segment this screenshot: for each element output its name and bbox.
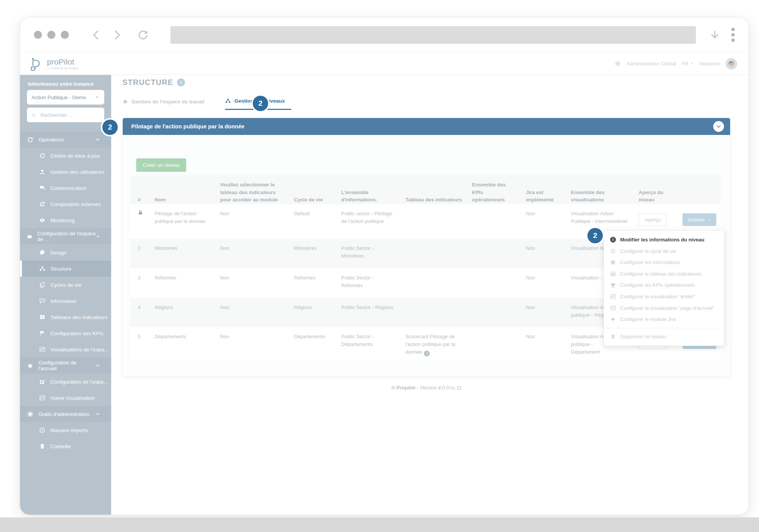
sidebar-item-tableaux-indicateurs[interactable]: Tableaux des indicateurs bbox=[20, 309, 111, 325]
flag-icon bbox=[39, 330, 45, 336]
sidebar-item-corbeille[interactable]: Corbeille bbox=[20, 438, 111, 454]
folder-icon bbox=[27, 233, 32, 240]
menu-item-configurer-module-jira[interactable]: Configurer le module Jira bbox=[604, 314, 724, 325]
menu-separator bbox=[604, 328, 724, 328]
brand-logo[interactable]: proPilot — Powered by dFakto bbox=[29, 57, 78, 71]
sidebar-item-home-visualisation[interactable]: Home Visualisation bbox=[20, 390, 111, 406]
annotation-badge: 2 bbox=[253, 96, 268, 111]
sidebar-item-configuration-kpis[interactable]: Configuration des KPIs bbox=[20, 325, 111, 341]
section-label: Configuration de l'accueil bbox=[38, 360, 95, 371]
cell-kpis bbox=[472, 204, 526, 239]
search-input[interactable] bbox=[40, 112, 100, 118]
menu-item-configurer-cycle-de-vie[interactable]: Configurer le cycle de vie bbox=[604, 246, 724, 257]
menu-item-modifier-informations[interactable]: i Modifier les informations du niveau bbox=[604, 234, 724, 246]
home-icon bbox=[122, 99, 128, 105]
cell-num: 3 bbox=[130, 268, 155, 298]
window-control-dot[interactable] bbox=[34, 31, 42, 39]
menu-item-configurer-visualisation-accueil[interactable]: Configurer la visualisation "page d'accu… bbox=[604, 303, 724, 314]
section-label: Outils d'administration bbox=[38, 411, 89, 417]
address-bar[interactable] bbox=[170, 26, 696, 44]
col-kpis: Ensemble des KPIs opérationnels bbox=[472, 175, 526, 209]
user-name[interactable]: Maiwenn bbox=[699, 61, 720, 66]
cell-nom: Régions bbox=[155, 298, 220, 327]
sidebar-section-configuration-espace[interactable]: Configuration de l'espace de ... bbox=[20, 228, 111, 244]
cell-kpis bbox=[472, 239, 526, 268]
menu-item-configurer-kpis[interactable]: Configurer les KPIs opérationnels bbox=[604, 279, 724, 291]
language-selector[interactable]: FR bbox=[682, 61, 694, 66]
sidebar-item-structure[interactable]: Structure bbox=[20, 261, 111, 277]
cell-infos: Public Sector - Régions bbox=[341, 298, 405, 327]
sidebar-item-information[interactable]: Information bbox=[20, 293, 111, 309]
table-icon bbox=[610, 271, 616, 277]
chevron-down-icon bbox=[96, 234, 100, 239]
info-icon[interactable]: i bbox=[424, 351, 430, 356]
browser-menu-icon[interactable] bbox=[731, 28, 735, 42]
level-panel-header[interactable]: Pilotage de l'action publique par la don… bbox=[123, 118, 730, 135]
sidebar-section-outils-administration[interactable]: Outils d'administration bbox=[20, 406, 111, 422]
chart-icon bbox=[610, 294, 616, 299]
sidebar-item-cycles-de-vie[interactable]: Cycles de vie bbox=[20, 277, 111, 293]
cell-module: Non bbox=[220, 298, 294, 327]
copy-icon bbox=[39, 282, 45, 288]
star-icon bbox=[610, 248, 616, 254]
actions-button[interactable]: Actions bbox=[682, 213, 716, 226]
create-level-button[interactable]: Créer un niveau bbox=[136, 158, 186, 172]
row-lock bbox=[130, 204, 155, 239]
user-icon bbox=[39, 169, 45, 175]
menu-item-configurer-visualisation-entite[interactable]: Configurer la visualisation "entité" bbox=[604, 291, 724, 303]
main-content: STRUCTURE i Gestion de l'espace de trava… bbox=[111, 75, 749, 515]
apercu-button[interactable]: Aperçu bbox=[639, 213, 667, 226]
sidebar-item-monitoring[interactable]: Monitoring bbox=[20, 212, 111, 228]
cell-cycle: Réformes bbox=[294, 268, 341, 298]
window-control-dot[interactable] bbox=[61, 31, 69, 39]
sidebar-section-configuration-accueil[interactable]: Configuration de l'accueil bbox=[20, 357, 111, 374]
cell-tableau bbox=[405, 239, 472, 268]
sidebar-section-operations[interactable]: Opérations bbox=[20, 131, 111, 148]
avatar[interactable] bbox=[726, 58, 737, 70]
sidebar-item-gestion-utilisateurs[interactable]: Gestion des utilisateurs bbox=[20, 164, 111, 180]
collapse-icon[interactable] bbox=[713, 121, 724, 132]
col-infos: L'ensemble d'informations. bbox=[341, 175, 405, 209]
user-role[interactable]: Administrateur Global bbox=[626, 61, 676, 66]
sidebar-item-visualisations-espace[interactable]: Visualisations de l'espa... bbox=[20, 341, 111, 357]
browser-window: proPilot — Powered by dFakto Administrat… bbox=[20, 17, 749, 515]
info-icon[interactable]: i bbox=[177, 78, 185, 86]
sidebar-item-massive-imports[interactable]: Massive Imports bbox=[20, 422, 111, 438]
screenshot-root: proPilot — Powered by dFakto Administrat… bbox=[0, 0, 759, 532]
sitemap-icon bbox=[39, 266, 45, 272]
menu-item-supprimer-niveau[interactable]: Supprimer ce niveau bbox=[604, 331, 724, 342]
back-icon[interactable] bbox=[90, 29, 102, 41]
trash-icon bbox=[39, 443, 45, 449]
cell-nom: Départements bbox=[155, 327, 220, 360]
cell-infos: Public Sector - Ministères bbox=[341, 239, 405, 268]
menu-item-configurer-tableau-indicateurs[interactable]: Configurer le tableau des indicateurs bbox=[604, 268, 724, 280]
level-panel-title: Pilotage de l'action publique par la don… bbox=[131, 123, 244, 130]
sidebar-item-configuration-espace-accueil[interactable]: Configuration de l'espa... bbox=[20, 374, 111, 390]
refresh-icon bbox=[27, 136, 33, 143]
page-title: STRUCTURE i bbox=[122, 78, 185, 87]
refresh-icon bbox=[39, 153, 45, 159]
cell-jira: Non bbox=[526, 239, 571, 268]
sidebar: Sélectionnez votre instance Action Publi… bbox=[20, 75, 111, 515]
cell-tableau: Scorecard Pilotage de l'action publique … bbox=[405, 327, 472, 360]
window-control-dot[interactable] bbox=[47, 31, 55, 39]
section-label: Configuration de l'espace de ... bbox=[37, 231, 96, 242]
sidebar-item-communication[interactable]: Communication bbox=[20, 180, 111, 196]
gear-icon bbox=[27, 411, 33, 417]
instance-select[interactable]: Action Publique - Demo bbox=[27, 90, 104, 105]
sidebar-item-composants-externes[interactable]: Composants externes bbox=[20, 196, 111, 212]
cell-jira: Non bbox=[526, 298, 571, 327]
forward-icon[interactable] bbox=[111, 29, 123, 41]
caret-down-icon bbox=[707, 218, 711, 221]
menu-item-configurer-informations[interactable]: Configurer les informations bbox=[604, 257, 724, 268]
sidebar-item-design[interactable]: Design bbox=[20, 244, 111, 261]
cell-nom: Pilotage de l'action publique par la don… bbox=[155, 204, 220, 239]
sidebar-search[interactable] bbox=[27, 108, 104, 122]
chevron-down-icon bbox=[95, 412, 100, 416]
download-icon[interactable] bbox=[709, 29, 721, 41]
cell-module: Non bbox=[220, 268, 294, 298]
cell-module: Non bbox=[220, 327, 294, 360]
tab-gestion-espace-travail[interactable]: Gestion de l'espace de travail bbox=[122, 96, 207, 110]
reload-icon[interactable] bbox=[137, 29, 149, 41]
sidebar-item-centre-mise-a-jour[interactable]: Centre de mise à jour bbox=[20, 148, 111, 164]
